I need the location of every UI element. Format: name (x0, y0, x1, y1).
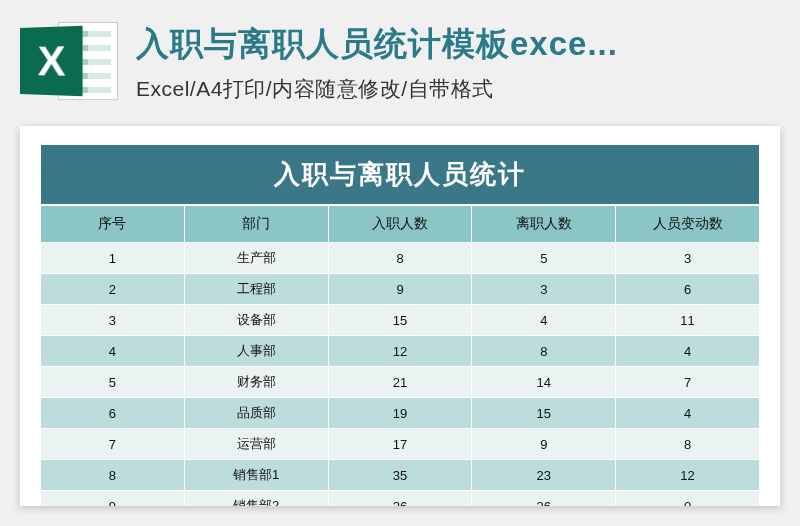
table-cell: 人事部 (184, 336, 328, 367)
title-block: 入职与离职人员统计模板exce... Excel/A4打印/内容随意修改/自带格… (136, 18, 780, 103)
stats-table: 序号 部门 入职人数 离职人数 人员变动数 1生产部8532工程部9363设备部… (40, 205, 760, 506)
table-row: 4人事部1284 (41, 336, 760, 367)
table-cell: 8 (328, 243, 472, 274)
table-cell: 销售部2 (184, 491, 328, 507)
table-cell: 3 (41, 305, 185, 336)
table-cell: 销售部1 (184, 460, 328, 491)
table-cell: 15 (328, 305, 472, 336)
col-index: 序号 (41, 206, 185, 243)
table-cell: 26 (328, 491, 472, 507)
table-cell: 5 (472, 243, 616, 274)
table-cell: 6 (616, 274, 760, 305)
excel-icon-front: X (20, 26, 83, 96)
excel-icon: X (20, 18, 118, 108)
table-cell: 3 (472, 274, 616, 305)
table-cell: 0 (616, 491, 760, 507)
col-dept: 部门 (184, 206, 328, 243)
table-cell: 14 (472, 367, 616, 398)
table-cell: 26 (472, 491, 616, 507)
table-cell: 工程部 (184, 274, 328, 305)
col-onboard: 入职人数 (328, 206, 472, 243)
header: X 入职与离职人员统计模板exce... Excel/A4打印/内容随意修改/自… (0, 0, 800, 118)
table-cell: 6 (41, 398, 185, 429)
table-row: 8销售部1352312 (41, 460, 760, 491)
table-cell: 运营部 (184, 429, 328, 460)
table-row: 1生产部853 (41, 243, 760, 274)
table-cell: 9 (472, 429, 616, 460)
table-cell: 12 (328, 336, 472, 367)
table-cell: 设备部 (184, 305, 328, 336)
table-cell: 8 (616, 429, 760, 460)
table-cell: 4 (616, 398, 760, 429)
page-subtitle: Excel/A4打印/内容随意修改/自带格式 (136, 75, 780, 103)
table-cell: 7 (41, 429, 185, 460)
table-cell: 35 (328, 460, 472, 491)
table-cell: 5 (41, 367, 185, 398)
table-cell: 1 (41, 243, 185, 274)
table-cell: 8 (472, 336, 616, 367)
table-row: 3设备部15411 (41, 305, 760, 336)
table-row: 9销售部226260 (41, 491, 760, 507)
table-header-row: 序号 部门 入职人数 离职人数 人员变动数 (41, 206, 760, 243)
table-cell: 2 (41, 274, 185, 305)
table-row: 2工程部936 (41, 274, 760, 305)
table-cell: 8 (41, 460, 185, 491)
table-cell: 19 (328, 398, 472, 429)
col-delta: 人员变动数 (616, 206, 760, 243)
table-cell: 财务部 (184, 367, 328, 398)
spreadsheet-preview: 入职与离职人员统计 序号 部门 入职人数 离职人数 人员变动数 1生产部8532… (20, 126, 780, 506)
table-cell: 4 (41, 336, 185, 367)
table-cell: 9 (328, 274, 472, 305)
table-cell: 11 (616, 305, 760, 336)
table-cell: 9 (41, 491, 185, 507)
table-cell: 生产部 (184, 243, 328, 274)
table-cell: 17 (328, 429, 472, 460)
table-cell: 4 (616, 336, 760, 367)
excel-icon-letter: X (38, 37, 64, 84)
table-row: 5财务部21147 (41, 367, 760, 398)
table-cell: 23 (472, 460, 616, 491)
table-cell: 15 (472, 398, 616, 429)
table-cell: 品质部 (184, 398, 328, 429)
page-title: 入职与离职人员统计模板exce... (136, 22, 780, 67)
table-cell: 3 (616, 243, 760, 274)
table-title: 入职与离职人员统计 (40, 144, 760, 205)
table-row: 6品质部19154 (41, 398, 760, 429)
col-offboard: 离职人数 (472, 206, 616, 243)
table-cell: 7 (616, 367, 760, 398)
table-cell: 12 (616, 460, 760, 491)
table-cell: 21 (328, 367, 472, 398)
table-row: 7运营部1798 (41, 429, 760, 460)
table-cell: 4 (472, 305, 616, 336)
